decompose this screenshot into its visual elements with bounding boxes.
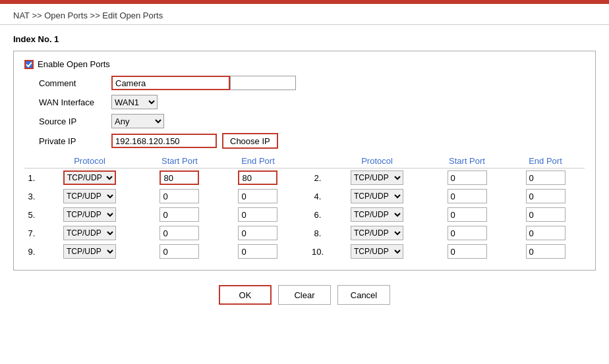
comment-label: Comment <box>39 78 111 88</box>
comment-input-extra[interactable] <box>230 76 296 90</box>
ok-button[interactable]: OK <box>219 285 272 305</box>
source-select[interactable]: Any Single Range <box>111 114 164 128</box>
th-protocol-1: Protocol <box>39 154 140 169</box>
row-num-right: 2. <box>309 169 326 188</box>
end-port-right[interactable] <box>526 207 566 222</box>
th-protocol-2: Protocol <box>326 154 428 169</box>
protocol-select-left[interactable]: TCP/UDPTCPUDP <box>63 244 116 259</box>
source-row: Source IP Any Single Range <box>24 114 585 128</box>
row-num-right: 4. <box>309 187 326 205</box>
row-num-right: 10. <box>309 242 326 261</box>
table-row: 7.TCP/UDPTCPUDP8.TCP/UDPTCPUDP <box>24 224 585 242</box>
comment-wrapper <box>111 76 296 90</box>
source-label: Source IP <box>39 117 111 126</box>
end-port-right[interactable] <box>526 189 566 203</box>
enable-row: Enable Open Ports <box>24 59 585 69</box>
private-ip-input[interactable] <box>111 134 217 148</box>
start-port-left[interactable] <box>160 226 199 240</box>
choose-ip-button[interactable]: Choose IP <box>222 133 278 149</box>
ports-table: Protocol Start Port End Port Protocol St… <box>24 154 585 261</box>
row-num-left: 3. <box>24 187 39 205</box>
end-port-left[interactable] <box>238 207 277 222</box>
clear-button[interactable]: Clear <box>278 285 331 305</box>
divider-col <box>297 205 309 224</box>
divider-col <box>297 169 309 188</box>
table-row: 3.TCP/UDPTCPUDP4.TCP/UDPTCPUDP <box>24 187 585 205</box>
end-port-left[interactable] <box>238 189 277 203</box>
th-end-port-2: End Port <box>506 154 585 169</box>
end-port-right[interactable] <box>526 244 566 259</box>
protocol-select-left[interactable]: TCP/UDPTCPUDP <box>63 226 116 240</box>
protocol-select-right[interactable]: TCP/UDPTCPUDP <box>351 244 403 259</box>
th-start-port-1: Start Port <box>140 154 219 169</box>
enable-checkbox[interactable] <box>24 60 34 69</box>
breadcrumb-area: NAT >> Open Ports >> Edit Open Ports <box>0 4 609 25</box>
comment-input[interactable] <box>111 76 230 90</box>
cancel-button[interactable]: Cancel <box>337 285 390 305</box>
divider-col <box>297 224 309 242</box>
start-port-right[interactable] <box>448 170 487 185</box>
content-area: Index No. 1 Enable Open Ports Comment WA… <box>0 25 609 314</box>
private-ip-row: Private IP Choose IP <box>24 133 585 149</box>
end-port-right[interactable] <box>526 226 566 240</box>
main-box: Enable Open Ports Comment WAN Interface … <box>13 51 596 271</box>
protocol-select-right[interactable]: TCP/UDPTCPUDP <box>351 170 403 185</box>
end-port-left[interactable] <box>238 226 277 240</box>
start-port-right[interactable] <box>448 207 487 222</box>
end-port-left[interactable] <box>238 244 277 259</box>
th-start-port-2: Start Port <box>428 154 506 169</box>
wan-row: WAN Interface WAN1 WAN2 <box>24 95 585 109</box>
th-empty-2 <box>309 154 326 169</box>
table-row: 9.TCP/UDPTCPUDP10.TCP/UDPTCPUDP <box>24 242 585 261</box>
row-num-left: 9. <box>24 242 39 261</box>
divider-col <box>297 242 309 261</box>
row-num-left: 7. <box>24 224 39 242</box>
row-num-right: 6. <box>309 205 326 224</box>
wan-label: WAN Interface <box>39 97 111 107</box>
breadcrumb: NAT >> Open Ports >> Edit Open Ports <box>13 11 163 20</box>
start-port-left[interactable] <box>160 170 199 185</box>
start-port-right[interactable] <box>448 226 487 240</box>
protocol-select-left[interactable]: TCP/UDPTCPUDP <box>63 207 116 222</box>
row-num-left: 5. <box>24 205 39 224</box>
comment-row: Comment <box>24 76 585 90</box>
table-row: 5.TCP/UDPTCPUDP6.TCP/UDPTCPUDP <box>24 205 585 224</box>
row-num-right: 8. <box>309 224 326 242</box>
end-port-left[interactable] <box>238 170 277 185</box>
th-empty-1 <box>24 154 39 169</box>
end-port-right[interactable] <box>526 170 566 185</box>
enable-label: Enable Open Ports <box>38 59 110 69</box>
th-divider <box>297 154 309 169</box>
index-title: Index No. 1 <box>13 34 596 44</box>
protocol-select-left[interactable]: TCP/UDPTCPUDP <box>63 189 116 203</box>
protocol-select-right[interactable]: TCP/UDPTCPUDP <box>351 207 403 222</box>
divider-col <box>297 187 309 205</box>
wan-select[interactable]: WAN1 WAN2 <box>111 95 158 109</box>
start-port-left[interactable] <box>160 244 199 259</box>
start-port-left[interactable] <box>160 207 199 222</box>
buttons-row: OK Clear Cancel <box>13 285 596 305</box>
row-num-left: 1. <box>24 169 39 188</box>
start-port-right[interactable] <box>448 189 487 203</box>
protocol-select-left[interactable]: TCP/UDPTCPUDP <box>63 170 116 185</box>
th-end-port-1: End Port <box>219 154 297 169</box>
private-ip-label: Private IP <box>39 136 111 146</box>
table-row: 1.TCP/UDPTCPUDP2.TCP/UDPTCPUDP <box>24 169 585 188</box>
start-port-left[interactable] <box>160 189 199 203</box>
protocol-select-right[interactable]: TCP/UDPTCPUDP <box>351 189 403 203</box>
protocol-select-right[interactable]: TCP/UDPTCPUDP <box>351 226 403 240</box>
start-port-right[interactable] <box>448 244 487 259</box>
